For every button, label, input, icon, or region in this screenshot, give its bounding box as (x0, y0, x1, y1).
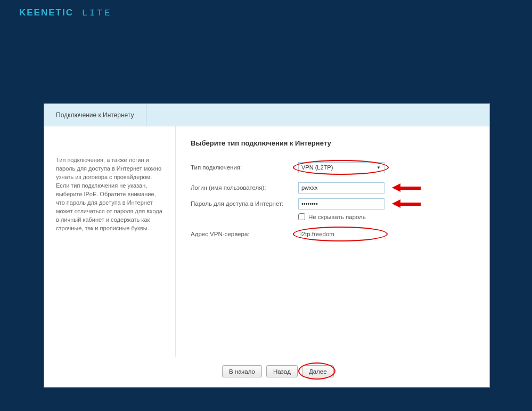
wizard-panel: Подключение к Интернету Тип подключения,… (44, 103, 490, 388)
model-name: LITE (82, 8, 112, 18)
label-login: Логин (имя пользователя): (191, 184, 298, 191)
annotation-arrow-icon (392, 184, 421, 191)
tab-bar: Подключение к Интернету (44, 104, 489, 126)
content-area: Тип подключения, а также логин и пароль … (44, 126, 489, 357)
brand-logo: KEENETIC LITE (19, 7, 112, 18)
label-password: Пароль для доступа в Интернет: (191, 200, 298, 207)
label-vpn-address: Адрес VPN-сервера: (191, 231, 298, 237)
show-password-checkbox[interactable] (298, 213, 305, 220)
back-button[interactable]: Назад (266, 365, 298, 377)
connection-type-select[interactable]: VPN (L2TP) (298, 162, 384, 173)
login-input[interactable] (298, 182, 384, 194)
start-button[interactable]: В начало (222, 365, 262, 377)
vpn-address-value: l2tp.freedom (298, 231, 334, 237)
next-button[interactable]: Далее (302, 365, 334, 377)
tab-internet-connection[interactable]: Подключение к Интернету (44, 104, 146, 126)
row-login: Логин (имя пользователя): (191, 181, 474, 194)
row-vpn-address: Адрес VPN-сервера: l2tp.freedom (191, 228, 474, 240)
brand-name: KEENETIC (19, 7, 73, 18)
main-form: Выберите тип подключения к Интернету Тип… (175, 126, 489, 357)
sidebar-help: Тип подключения, а также логин и пароль … (44, 126, 175, 357)
footer-buttons: В начало Назад Далее (44, 357, 489, 387)
label-connection-type: Тип подключения: (191, 164, 298, 171)
help-text: Тип подключения, а также логин и пароль … (56, 157, 162, 231)
label-show-password: Не скрывать пароль (308, 214, 366, 220)
annotation-arrow-icon (392, 200, 421, 207)
row-password: Пароль для доступа в Интернет: (191, 197, 474, 210)
password-input[interactable] (298, 198, 384, 209)
tab-label: Подключение к Интернету (56, 111, 134, 119)
page-title: Выберите тип подключения к Интернету (191, 139, 474, 147)
row-connection-type: Тип подключения: VPN (L2TP) (191, 161, 474, 174)
row-show-password: Не скрывать пароль (298, 213, 474, 220)
